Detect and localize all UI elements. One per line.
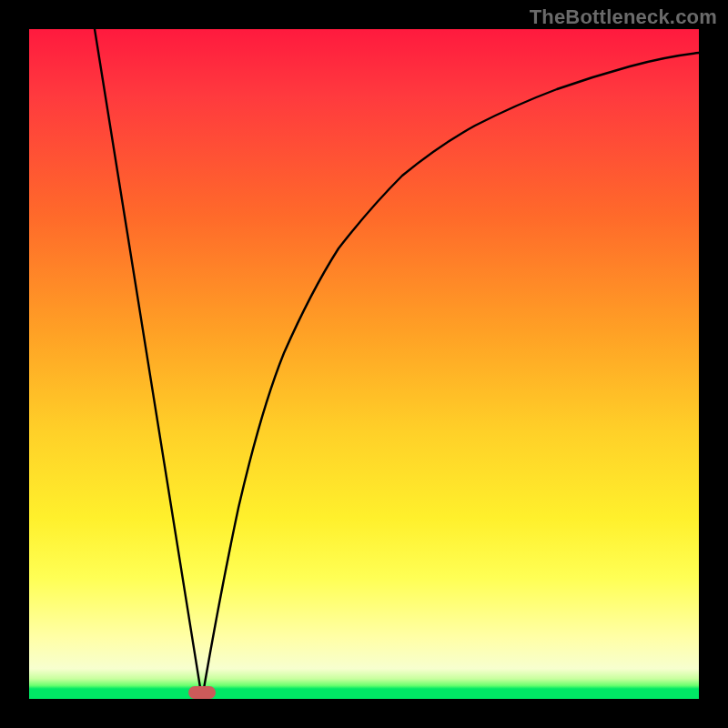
plot-area [29, 29, 699, 699]
curve-right-branch [202, 53, 699, 699]
curve-left-branch [95, 29, 202, 699]
chart-frame: TheBottleneck.com line [0, 0, 728, 728]
vertex-marker [188, 686, 216, 699]
watermark-text: TheBottleneck.com [530, 5, 717, 29]
bottleneck-curve [29, 29, 699, 699]
